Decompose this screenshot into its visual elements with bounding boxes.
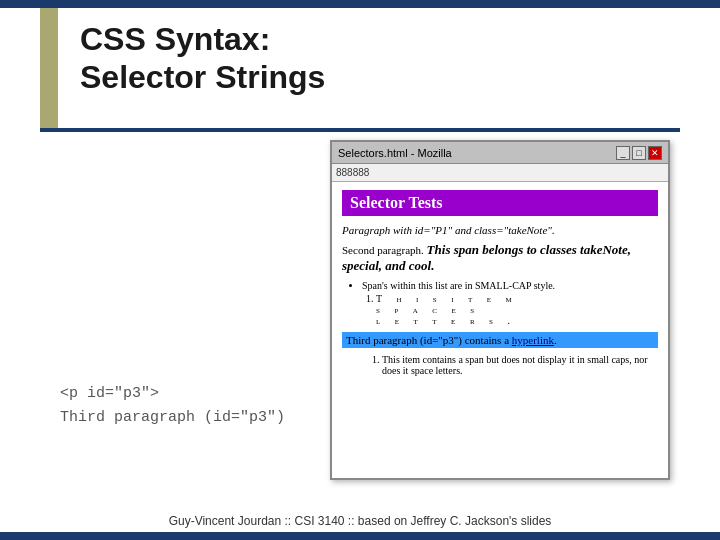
- footer: Guy-Vincent Jourdan :: CSI 3140 :: based…: [0, 514, 720, 528]
- title-underline: [40, 128, 680, 132]
- title-line2: Selector Strings: [80, 59, 325, 95]
- browser-content: Selector Tests Paragraph with id="P1" an…: [332, 182, 668, 478]
- browser-controls: _ □ ✕: [616, 146, 662, 160]
- spaced-line1: T h i s i t e m: [376, 293, 658, 304]
- paragraph-3-highlight: Third paragraph (id="p3") contains a hyp…: [342, 332, 658, 348]
- top-decorative-bar: [0, 0, 720, 8]
- slide-title: CSS Syntax: Selector Strings: [80, 20, 680, 97]
- spaced-line3: l e t t e r s .: [376, 315, 658, 326]
- hyperlink[interactable]: hyperlink: [512, 334, 554, 346]
- title-area: CSS Syntax: Selector Strings: [80, 20, 680, 97]
- close-button[interactable]: ✕: [648, 146, 662, 160]
- maximize-button[interactable]: □: [632, 146, 646, 160]
- bottom-decorative-bar: [0, 532, 720, 540]
- browser-addressbar: 888888: [332, 164, 668, 182]
- code-line2: Third paragraph (id="p3"): [60, 406, 285, 430]
- numbered-list-item: T h i s i t e m s p a c e s l e t t e r …: [376, 293, 658, 326]
- paragraph-2: Second paragraph. This span belongs to c…: [342, 242, 658, 274]
- code-block: <p id="p3"> Third paragraph (id="p3"): [60, 382, 285, 430]
- paragraph-1: Paragraph with id="P1" and class="takeNo…: [342, 224, 658, 236]
- browser-title: Selectors.html - Mozilla: [338, 147, 616, 159]
- spaced-line2: s p a c e s: [376, 304, 658, 315]
- minimize-button[interactable]: _: [616, 146, 630, 160]
- browser-window: Selectors.html - Mozilla _ □ ✕ 888888 Se…: [330, 140, 670, 480]
- bullet-section: Span's within this list are in SMALL-CAP…: [342, 280, 658, 326]
- title-line1: CSS Syntax:: [80, 21, 270, 57]
- code-line1: <p id="p3">: [60, 382, 285, 406]
- address-text: 888888: [336, 167, 369, 178]
- slide: CSS Syntax: Selector Strings <p id="p3">…: [0, 0, 720, 540]
- left-accent-bar: [40, 8, 58, 128]
- footer-text: Guy-Vincent Jourdan :: CSI 3140 :: based…: [169, 514, 552, 528]
- bullet-item: Span's within this list are in SMALL-CAP…: [362, 280, 658, 291]
- selector-heading: Selector Tests: [342, 190, 658, 216]
- browser-titlebar: Selectors.html - Mozilla _ □ ✕: [332, 142, 668, 164]
- final-list-item: This item contains a span but does not d…: [382, 354, 658, 376]
